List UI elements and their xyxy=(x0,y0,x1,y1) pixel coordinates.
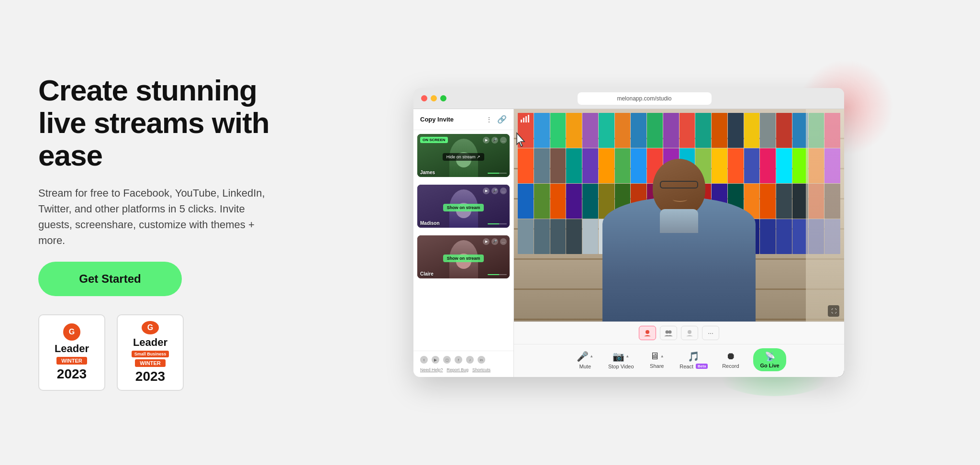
traffic-light-red[interactable] xyxy=(421,95,427,101)
badges-row: G Leader WINTER 2023 G Leader Small Busi… xyxy=(38,314,287,391)
person-container xyxy=(514,109,844,321)
claire-video-icon[interactable]: ▶ xyxy=(483,238,490,245)
social-icons: t ▶ ◻ f ♪ in xyxy=(420,356,507,364)
claire-volume-bar xyxy=(488,273,507,275)
james-overlay: ON SCREEN ▶ 🎤 … Hide on stream ↗ James xyxy=(417,134,510,177)
traffic-light-green[interactable] xyxy=(440,95,446,101)
record-button[interactable]: ⏺ Record xyxy=(717,351,744,369)
claire-name: Claire xyxy=(420,271,434,277)
madison-top-row: ▶ 🎤 … xyxy=(420,188,507,194)
share-icon-wrap: 🖥 ▲ xyxy=(650,351,664,362)
badge-season-2: WINTER xyxy=(135,359,165,367)
mute-label: Mute xyxy=(579,364,591,369)
traffic-light-yellow[interactable] xyxy=(431,95,437,101)
mute-icon: 🎤 xyxy=(577,351,589,362)
guests-panel-title: Copy Invite xyxy=(420,116,454,123)
record-label: Record xyxy=(722,363,739,369)
url-bar[interactable]: melonapp.com/studio xyxy=(578,92,712,105)
james-on-screen-badge: ON SCREEN xyxy=(420,137,448,143)
record-icon-wrap: ⏺ xyxy=(726,351,735,362)
instagram-icon[interactable]: ◻ xyxy=(443,356,451,364)
claire-overlay: ▶ 🎤 … Show on stream Claire xyxy=(417,235,510,278)
share-button[interactable]: 🖥 ▲ Share xyxy=(644,351,670,369)
browser-content: Copy Invite ⋮ 🔗 xyxy=(413,109,844,377)
get-started-button[interactable]: Get Started xyxy=(38,262,182,296)
twitter-icon[interactable]: t xyxy=(420,356,428,364)
madison-video-icon[interactable]: ▶ xyxy=(483,188,490,194)
video-toolbar: ··· 🎤 ▲ Mute xyxy=(514,321,844,377)
james-name: James xyxy=(420,170,435,175)
guests-menu-icon[interactable]: ⋮ xyxy=(486,116,492,123)
svg-point-5 xyxy=(666,331,669,334)
stop-video-button[interactable]: 📷 ▲ Stop Video xyxy=(608,351,634,369)
participant-more-btn[interactable]: ··· xyxy=(702,326,719,340)
signal-icon xyxy=(521,115,530,124)
svg-point-4 xyxy=(646,330,649,334)
claire-show-btn[interactable]: Show on stream xyxy=(443,255,484,262)
svg-rect-2 xyxy=(525,116,527,122)
video-content: ⛶ xyxy=(514,109,844,321)
stop-video-icon-wrap: 📷 ▲ xyxy=(612,351,629,362)
linkedin-icon[interactable]: in xyxy=(478,356,485,364)
guests-link-icon[interactable]: 🔗 xyxy=(497,115,507,124)
madison-mic-icon[interactable]: 🎤 xyxy=(491,188,498,194)
share-icon: 🖥 xyxy=(650,351,659,362)
madison-more-icon[interactable]: … xyxy=(500,188,507,194)
james-controls: ▶ 🎤 … xyxy=(483,137,507,144)
url-text: melonapp.com/studio xyxy=(617,95,671,102)
right-panel: melonapp.com/studio Copy Invite ⋮ 🔗 xyxy=(316,88,942,377)
report-link[interactable]: Report Bug xyxy=(447,367,469,372)
guest-card-james: ON SCREEN ▶ 🎤 … Hide on stream ↗ James xyxy=(417,134,510,177)
tiktok-icon[interactable]: ♪ xyxy=(466,356,474,364)
madison-name: Madison xyxy=(420,221,440,226)
badge-season-1: WINTER xyxy=(56,357,87,365)
james-mic-icon[interactable]: 🎤 xyxy=(491,137,498,144)
record-icon: ⏺ xyxy=(726,351,735,362)
react-label-row: React Beta xyxy=(679,364,708,369)
react-icon-wrap: 🎵 xyxy=(688,351,700,362)
svg-rect-3 xyxy=(528,115,529,122)
claire-controls: ▶ 🎤 … xyxy=(483,238,507,245)
beta-badge: Beta xyxy=(696,364,708,369)
claire-more-icon[interactable]: … xyxy=(500,238,507,245)
shortcuts-link[interactable]: Shortcuts xyxy=(472,367,490,372)
badge-leader-label-1: Leader xyxy=(55,343,89,355)
fullscreen-button[interactable]: ⛶ xyxy=(828,305,839,317)
svg-point-7 xyxy=(688,330,691,334)
guest-card-claire: ▶ 🎤 … Show on stream Claire xyxy=(417,235,510,278)
traffic-lights xyxy=(421,95,446,101)
stop-video-label: Stop Video xyxy=(608,364,634,369)
claire-mic-icon[interactable]: 🎤 xyxy=(491,238,498,245)
browser-chrome: melonapp.com/studio xyxy=(413,88,844,109)
youtube-icon[interactable]: ▶ xyxy=(432,356,439,364)
headline: Create stunning live streams with ease xyxy=(38,74,287,172)
james-hide-btn[interactable]: Hide on stream ↗ xyxy=(443,153,485,161)
g2-logo-1: G xyxy=(63,323,80,341)
madison-show-btn[interactable]: Show on stream xyxy=(443,204,484,211)
help-link[interactable]: Need Help? xyxy=(420,367,443,372)
participant-btn-2[interactable] xyxy=(660,326,677,340)
browser-window: melonapp.com/studio Copy Invite ⋮ 🔗 xyxy=(413,88,844,377)
badge-leader-label-2: Leader xyxy=(133,336,167,349)
subtext: Stream for free to Facebook, YouTube, Li… xyxy=(38,185,268,248)
badge-small-business: G Leader Small Business WINTER 2023 xyxy=(117,314,184,391)
go-live-icon: 📡 xyxy=(765,351,775,362)
james-video-icon[interactable]: ▶ xyxy=(483,137,490,144)
participant-btn-3[interactable] xyxy=(681,326,698,340)
guests-actions: ⋮ 🔗 xyxy=(486,115,507,124)
facebook-icon[interactable]: f xyxy=(455,356,462,364)
go-live-button[interactable]: 📡 Go Live xyxy=(753,348,786,371)
james-volume-bar xyxy=(488,172,507,174)
madison-volume-bar xyxy=(488,222,507,224)
mute-button[interactable]: 🎤 ▲ Mute xyxy=(572,351,598,369)
participant-row: ··· xyxy=(514,322,844,344)
james-more-icon[interactable]: … xyxy=(500,137,507,144)
badge-leader-winter: G Leader WINTER 2023 xyxy=(38,314,105,391)
participant-btn-1[interactable] xyxy=(639,326,656,340)
stop-video-chevron: ▲ xyxy=(625,354,629,358)
react-button[interactable]: 🎵 React Beta xyxy=(679,351,708,369)
claire-bottom-row: Claire xyxy=(420,271,507,277)
madison-bottom-row: Madison xyxy=(420,221,507,226)
guests-panel: Copy Invite ⋮ 🔗 xyxy=(413,109,514,377)
footer-links: Need Help? Report Bug Shortcuts xyxy=(420,367,507,372)
